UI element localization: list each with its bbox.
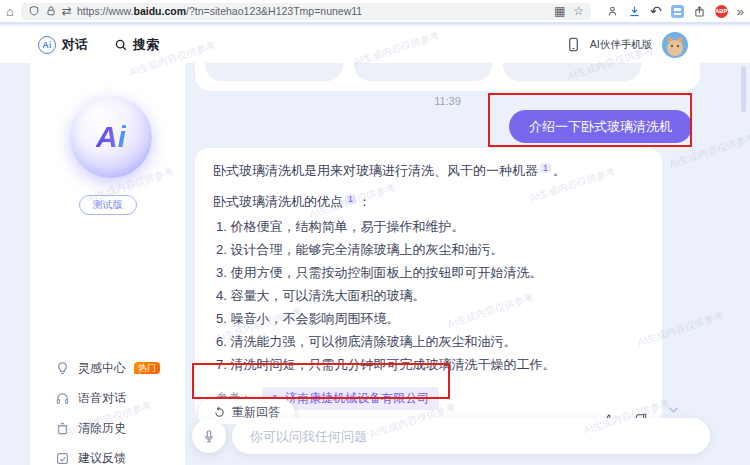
citation-ref[interactable]: 1 [540,163,551,173]
trash-icon [55,421,70,436]
sidebar-item-label: 建议反馈 [78,450,126,465]
translate-extension-icon[interactable] [671,5,684,18]
adblock-icon[interactable]: ABP [715,5,728,18]
microphone-button[interactable] [192,419,226,453]
tab-chat[interactable]: 对话 [62,36,88,54]
toolbar-extensions: ↶ ABP » [606,4,744,18]
hot-badge: 热门 [134,362,160,374]
answer-point: 7. 清洗时间短，只需几分钟即可完成玻璃清洗干燥的工作。 [213,358,644,371]
answer-point: 5. 噪音小，不会影响周围环境。 [213,312,644,325]
browser-toolbar: ⌂ ⇄ https://www.baidu.com/?tn=sitehao123… [0,0,750,24]
sidebar-item-clear-history[interactable]: 清除历史 [55,420,160,436]
swap-icon[interactable]: ⇄ [62,5,72,17]
share-icon[interactable] [693,5,706,18]
baidu-ai-chat-page: AI生成内容仅供参考 AI生成内容仅供参考 AI生成内容仅供参考 AI生成内容仅… [0,26,750,465]
chat-input[interactable] [232,418,710,454]
search-icon [114,38,128,52]
answer-point: 6. 清洗能力强，可以彻底清除玻璃上的灰尘和油污。 [213,335,644,348]
sidebar-item-inspiration[interactable]: 灵感中心 热门 [55,360,160,376]
avatar-eye [671,45,673,47]
answer-points-list: 1. 价格便宜，结构简单，易于操作和维护。 2. 设计合理，能够完全清除玻璃上的… [213,220,644,371]
answer-point: 2. 设计合理，能够完全清除玻璃上的灰尘和油污。 [213,243,644,256]
answer-intro: 卧式玻璃清洗机是用来对玻璃进行清洗、风干的一种机器1。 [213,162,644,180]
headset-icon [55,391,70,406]
ai-chat-tab-icon[interactable]: Ai [38,36,56,54]
toolbar-overflow-icon[interactable]: » [737,5,744,18]
qr-code-icon[interactable]: ▦ [554,5,565,17]
phone-icon[interactable] [567,37,580,52]
ai-answer-card: 卧式玻璃清洗机是用来对玻璃进行清洗、风干的一种机器1。 卧式玻璃清洗机的优点1：… [195,148,662,424]
sidebar-item-label: 灵感中心 [78,360,126,377]
scrollbar-thumb[interactable] [741,66,746,112]
chat-input-container [232,418,710,454]
search-label: 搜索 [133,36,159,54]
send-to-device-icon[interactable] [606,5,619,18]
home-icon[interactable]: ⌂ [6,5,14,18]
download-icon[interactable] [628,5,641,18]
app-top-nav: Ai 对话 搜索 AI伙伴手机版 [0,26,750,63]
sidebar-menu: 灵感中心 热门 语音对话 清除历史 建议反馈 [55,360,160,465]
sidebar-item-label: 语音对话 [78,390,126,407]
avatar-face [667,40,683,56]
user-avatar[interactable] [662,32,688,58]
bookmark-star-icon[interactable]: ☆ [573,5,584,17]
collapse-chevron-icon[interactable] [668,400,679,418]
sidebar: Ai 测试版 灵感中心 热门 语音对话 清除历史 建议反馈 [30,63,185,465]
feedback-icon [55,451,70,465]
answer-point: 4. 容量大，可以清洗大面积的玻璃。 [213,289,644,302]
ai-logo-bubble: Ai [70,96,152,178]
message-timestamp: 11:39 [195,95,700,107]
undo-icon[interactable]: ↶ [650,4,662,18]
address-bar[interactable]: ⇄ https://www.baidu.com/?tn=sitehao123&H… [21,3,591,20]
sidebar-item-feedback[interactable]: 建议反馈 [55,450,160,465]
answer-point: 3. 使用方便，只需按动控制面板上的按钮即可开始清洗。 [213,266,644,279]
url-text[interactable]: https://www.baidu.com/?tn=sitehao123&H12… [77,5,549,17]
microphone-icon [202,429,216,444]
answer-points-title: 卧式玻璃清洗机的优点1： [213,193,644,211]
reference-source-name: 济南康捷机械设备有限公司 [285,390,429,407]
mobile-companion-link[interactable]: AI伙伴手机版 [588,38,654,51]
citation-ref[interactable]: 1 [345,194,356,204]
sidebar-item-label: 清除历史 [78,420,126,437]
refresh-icon [213,406,226,419]
ai-logo-text: Ai [96,120,126,154]
lock-icon[interactable] [45,5,57,17]
tab-search[interactable]: 搜索 [114,36,159,54]
beta-badge: 测试版 [79,195,137,215]
avatar-eye [677,45,679,47]
answer-point: 1. 价格便宜，结构简单，易于操作和维护。 [213,220,644,233]
shield-icon[interactable] [28,5,40,17]
sidebar-item-voice-chat[interactable]: 语音对话 [55,390,160,406]
user-message-bubble: 介绍一下卧式玻璃清洗机 [509,110,692,143]
lightbulb-icon [55,361,70,376]
